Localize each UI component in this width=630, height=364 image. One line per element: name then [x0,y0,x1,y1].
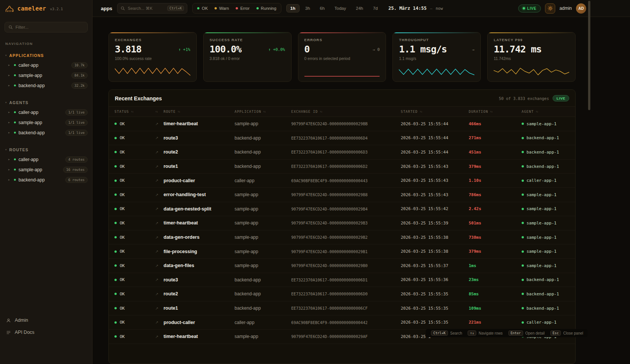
sidebar-item-agent[interactable]: ▸ caller-app 1/1 live [0,107,92,117]
application-cell: sample-app [235,192,291,197]
date-range-display[interactable]: 25. März 14:55 – now [388,6,443,11]
table-row[interactable]: OK ↗ data-gen-orders sample-app 90799F47… [109,230,575,245]
table-row[interactable]: OK ↗ route1 backend-app EE7322370A10617-… [109,301,575,316]
table-row[interactable]: OK ↗ error-handling-test sample-app 9079… [109,188,575,202]
sidebar-item-application[interactable]: ▸ sample-app 84.1k [0,70,92,80]
open-route-icon[interactable]: ↗ [155,335,164,339]
exchange-id-cell: 90799F47E6CD24D-00000000000029BB [291,121,401,126]
status-cell: OK [114,135,155,140]
column-header-application[interactable]: APPLICATION↑↓ [235,110,291,114]
table-header-row: STATUS↑↓ ↑↓ ROUTE↑↓ APPLICATION↑↓ EXCHAN… [109,106,575,117]
open-route-icon[interactable]: ↗ [155,306,164,310]
status-filter-chip[interactable]: Running [253,4,280,12]
open-route-icon[interactable]: ↗ [155,193,164,197]
open-route-icon[interactable]: ↗ [155,164,164,169]
column-header-started[interactable]: STARTED↑↓ [401,110,469,114]
stat-value: 3.818 [115,44,141,55]
agent-cell: sample-app-1 [522,206,570,211]
time-range-button[interactable]: Today [330,4,351,12]
agent-cell: backend-app-1 [522,306,570,311]
time-range-button[interactable]: 6h [316,4,329,12]
time-range-button[interactable]: 7d [369,4,382,12]
chip-label: Warn [219,6,229,11]
time-range-button[interactable]: 24h [352,4,367,12]
sidebar-item-agent[interactable]: ▸ backend-app 1/1 live [0,127,92,138]
table-row[interactable]: OK ↗ route3 backend-app EE7322370A10617-… [109,131,575,146]
table-row[interactable]: OK ↗ timer-heartbeat sample-app 90799F47… [109,117,575,131]
status-dot [14,84,16,86]
open-route-icon[interactable]: ↗ [155,264,164,268]
sidebar-item-application[interactable]: ▸ caller-app 10.7k [0,60,92,70]
open-route-icon[interactable]: ↗ [155,150,164,154]
table-row[interactable]: OK ↗ data-gen-files sample-app 90799F47E… [109,259,575,273]
status-dot [14,158,16,160]
open-route-icon[interactable]: ↗ [155,320,164,324]
theme-toggle-button[interactable] [545,3,555,14]
avatar[interactable]: AD [576,3,586,14]
time-range-button[interactable]: 1h [286,4,300,12]
table-row[interactable]: OK ↗ route3 backend-app EE7322370A10617-… [109,273,575,287]
open-route-icon[interactable]: ↗ [155,207,164,211]
topbar: apps Ctrl+K OK Warn [93,0,630,17]
sidebar-item-route[interactable]: ▸ backend-app 6 routes [0,175,92,185]
sidebar-item-admin[interactable]: Admin [0,314,92,326]
status-filter-chip[interactable]: OK [194,4,211,12]
open-route-icon[interactable]: ↗ [155,136,164,140]
agent-status-dot [522,151,524,153]
open-route-icon[interactable]: ↗ [155,122,164,126]
table-row[interactable]: OK ↗ product-caller caller-app 69AC90BF8… [109,174,575,188]
table-row[interactable]: OK ↗ route2 backend-app EE7322370A10617-… [109,145,575,160]
table-row[interactable]: OK ↗ route1 backend-app EE7322370A10617-… [109,160,575,174]
sidebar-filter-input[interactable] [15,25,84,29]
sidebar-item-agent[interactable]: ▸ sample-app 1/1 live [0,117,92,127]
brand[interactable]: cameleer v3.2.1 [0,0,92,17]
agent-status-dot [522,123,524,125]
exchange-id-cell: 90799F47E6CD24D-00000000000029B4 [291,207,401,211]
sidebar-item-application[interactable]: ▸ backend-app 32.2k [0,80,92,91]
column-header-link[interactable]: ↑↓ [155,110,164,113]
open-route-icon[interactable]: ↗ [155,278,164,282]
column-header-route[interactable]: ROUTE↑↓ [164,110,235,114]
status-dot [114,151,117,153]
sparkline-chart [304,65,380,78]
status-cell: OK [114,221,155,226]
chevron-right-icon: ▸ [8,74,11,77]
column-header-exchange-id[interactable]: EXCHANGE ID↑↓ [291,110,401,114]
chip-label: Error [240,6,249,11]
duration-cell: 451ms [469,150,522,155]
open-route-icon[interactable]: ↗ [155,221,164,225]
table-row[interactable]: OK ↗ route2 backend-app EE7322370A10617-… [109,287,575,301]
time-range-button[interactable]: 3h [301,4,314,12]
section-header-routes[interactable]: ▾ ROUTES [0,145,92,154]
stat-value: 11.742 ms [494,44,541,55]
status-filter-chip[interactable]: Error [232,4,253,12]
table-row[interactable]: OK ↗ product-caller caller-app 69AC90BF8… [109,315,575,330]
sidebar-item-label: caller-app [19,110,39,115]
table-row[interactable]: OK ↗ file-processing sample-app 90799F47… [109,244,575,259]
column-header-agent[interactable]: AGENT↑↓ [522,110,570,114]
live-toggle[interactable]: LIVE [518,5,541,12]
open-route-icon[interactable]: ↗ [155,249,164,253]
sidebar-item-api-docs[interactable]: API Docs [0,326,92,338]
sidebar-item-route[interactable]: ▸ caller-app 4 routes [0,154,92,164]
column-header-status[interactable]: STATUS↑↓ [114,110,155,114]
open-route-icon[interactable]: ↗ [155,178,164,183]
open-route-icon[interactable]: ↗ [155,292,164,296]
search-input[interactable] [128,6,164,11]
agent-status-dot [522,293,524,295]
status-filter-chip[interactable]: Warn [211,4,232,12]
section-header-agents[interactable]: ▾ AGENTS [0,98,92,107]
sidebar-item-route[interactable]: ▸ sample-app 16 routes [0,164,92,175]
stat-card: LATENCY P99 11.742 ms 11.742ms [487,32,576,82]
section-header-applications[interactable]: ▾ APPLICATIONS [0,51,92,60]
scrollbar-thumb[interactable] [588,1,590,110]
duration-cell: 109ms [469,306,522,311]
started-cell: 2026-03-25 15:55:44 [401,135,469,140]
open-route-icon[interactable]: ↗ [155,235,164,240]
table-row[interactable]: OK ↗ data-gen-nested-split sample-app 90… [109,202,575,217]
agent-status-dot [522,279,524,281]
context-label: apps [101,6,112,11]
sparkline-chart [494,65,569,78]
column-header-duration[interactable]: DURATION↑↓ [469,110,522,114]
table-row[interactable]: OK ↗ timer-heartbeat sample-app 90799F47… [109,216,575,230]
